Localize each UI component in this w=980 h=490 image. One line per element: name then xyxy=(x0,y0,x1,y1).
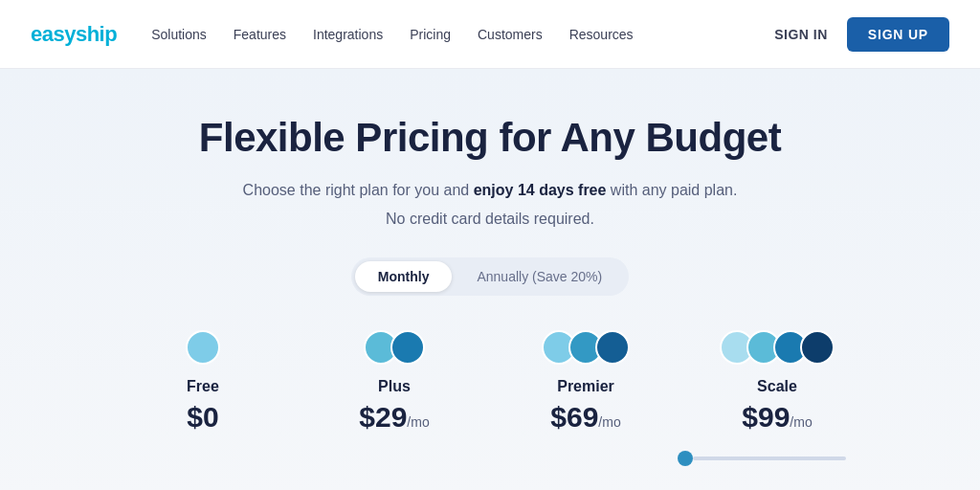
toggle-monthly[interactable]: Monthly xyxy=(355,261,453,292)
navigation: easyship Solutions Features Integrations… xyxy=(0,0,980,69)
plan-scale-name: Scale xyxy=(757,378,797,395)
plan-scale-icon-4 xyxy=(800,330,835,365)
logo[interactable]: easyship xyxy=(31,22,117,47)
billing-toggle: Monthly Annually (Save 20%) xyxy=(19,257,961,296)
nav-integrations[interactable]: Integrations xyxy=(313,27,383,42)
plan-premier-icons xyxy=(542,330,630,365)
hero-subtitle: Choose the right plan for you and enjoy … xyxy=(19,178,961,203)
hero-subtitle2: No credit card details required. xyxy=(19,207,961,232)
plan-free-name: Free xyxy=(187,378,219,395)
plan-premier-name: Premier xyxy=(557,378,614,395)
plan-scale[interactable]: Scale $99/mo xyxy=(701,330,854,434)
nav-links: Solutions Features Integrations Pricing … xyxy=(151,27,774,42)
nav-solutions[interactable]: Solutions xyxy=(151,27,207,42)
pricing-cards: Free $0 Plus $29/mo Premier xyxy=(19,330,961,434)
nav-actions: SIGN IN SIGN UP xyxy=(774,17,949,52)
plan-free-price: $0 xyxy=(187,401,218,434)
plan-premier[interactable]: Premier $69/mo xyxy=(509,330,662,434)
plan-plus-name: Plus xyxy=(378,378,411,395)
plan-plus-icons xyxy=(364,330,425,365)
nav-features[interactable]: Features xyxy=(234,27,286,42)
plan-premier-price: $69/mo xyxy=(550,401,620,434)
plan-free-icon-1 xyxy=(186,330,220,365)
plan-free[interactable]: Free $0 xyxy=(126,330,279,434)
scrollbar-thumb[interactable] xyxy=(678,451,693,466)
toggle-annually[interactable]: Annually (Save 20%) xyxy=(454,261,625,292)
plan-scale-price: $99/mo xyxy=(742,401,812,434)
nav-customers[interactable]: Customers xyxy=(478,27,543,42)
nav-pricing[interactable]: Pricing xyxy=(410,27,451,42)
sign-up-button[interactable]: SIGN UP xyxy=(847,17,949,52)
plan-plus-icon-2 xyxy=(390,330,425,365)
scrollbar-row xyxy=(19,451,961,466)
nav-resources[interactable]: Resources xyxy=(569,27,634,42)
plan-plus-price: $29/mo xyxy=(359,401,429,434)
sign-in-button[interactable]: SIGN IN xyxy=(774,27,828,42)
plan-premier-icon-3 xyxy=(595,330,630,365)
plan-free-icons xyxy=(186,330,220,365)
hero-title: Flexible Pricing for Any Budget xyxy=(19,115,961,161)
toggle-pill: Monthly Annually (Save 20%) xyxy=(351,257,629,296)
logo-text: easyship xyxy=(31,22,117,46)
plan-scale-icons xyxy=(720,330,835,365)
hero-section: Flexible Pricing for Any Budget Choose t… xyxy=(0,69,980,490)
scrollbar-track xyxy=(693,457,846,460)
plan-plus[interactable]: Plus $29/mo xyxy=(318,330,471,434)
